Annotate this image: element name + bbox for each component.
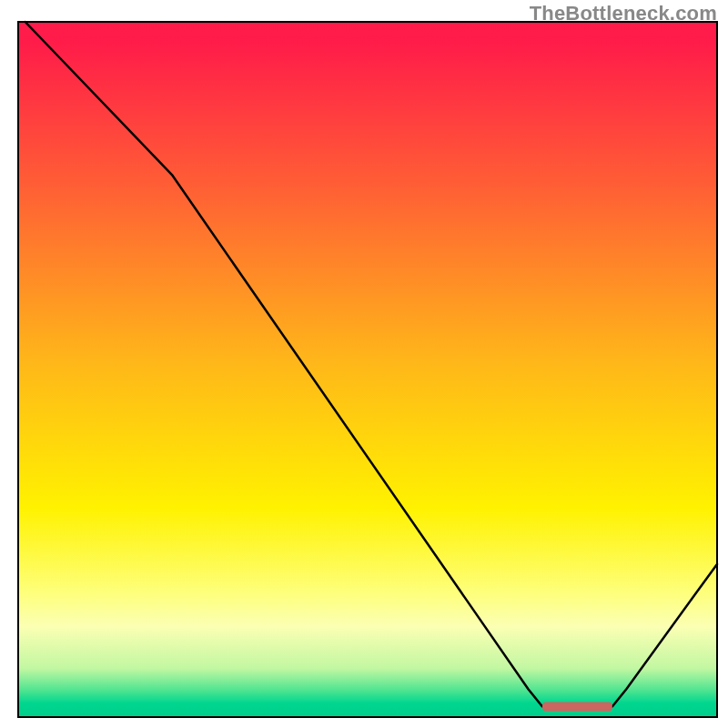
bottleneck-chart bbox=[0, 0, 728, 728]
chart-background-gradient bbox=[18, 22, 717, 717]
watermark-text: TheBottleneck.com bbox=[530, 2, 717, 25]
optimal-range-marker bbox=[542, 703, 612, 712]
